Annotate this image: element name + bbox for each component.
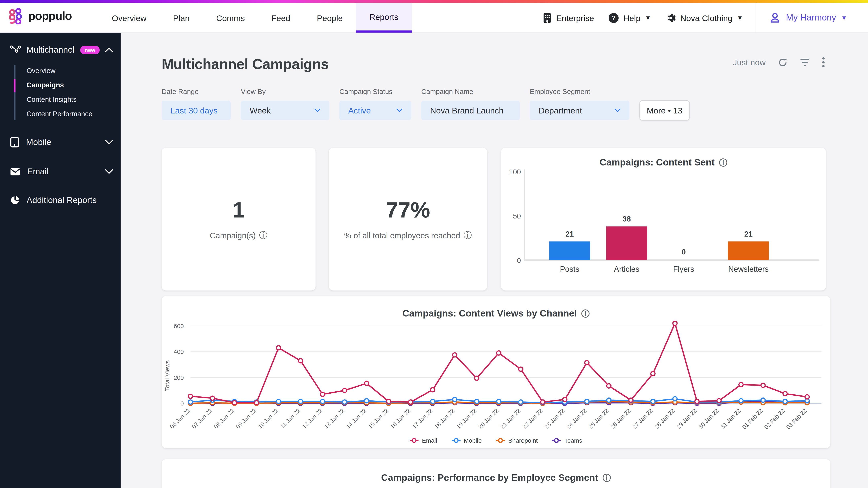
header-utilities: Enterprise ? Help ▼ Nova Clothing ▼ bbox=[538, 3, 747, 33]
multichannel-icon bbox=[10, 45, 21, 55]
kpi-reached-label: % of all total employees reached ⓘ bbox=[344, 230, 472, 240]
sidebar-item-multichannel[interactable]: Multichannel new bbox=[0, 33, 121, 63]
filter-label: Date Range bbox=[161, 88, 231, 96]
sidebar-item-content-performance[interactable]: Content Performance bbox=[14, 107, 121, 121]
svg-text:10 Jan 22: 10 Jan 22 bbox=[257, 408, 279, 430]
svg-text:Flyers: Flyers bbox=[673, 265, 694, 273]
content-sent-bar-chart[interactable]: 10050021Posts38Articles0Flyers21Newslett… bbox=[501, 168, 826, 287]
svg-text:400: 400 bbox=[174, 349, 184, 355]
filter-button[interactable] bbox=[800, 58, 810, 67]
org-settings-menu[interactable]: Nova Clothing ▼ bbox=[661, 12, 747, 23]
filter-label: Employee Segment bbox=[530, 88, 629, 96]
sidebar: Multichannel new Overview Campaigns Cont… bbox=[0, 33, 121, 488]
view-by-select[interactable]: Week bbox=[241, 101, 329, 120]
svg-text:15 Jan 22: 15 Jan 22 bbox=[367, 408, 390, 430]
sidebar-item-additional-reports[interactable]: Additional Reports bbox=[0, 188, 121, 213]
header-divider bbox=[756, 3, 756, 33]
segment-performance-chart-card: Campaigns: Performance by Employee Segme… bbox=[161, 459, 830, 488]
filter-employee-segment: Employee Segment Department bbox=[530, 88, 629, 120]
poppulo-logo[interactable]: poppulo bbox=[8, 8, 72, 25]
svg-text:29 Jan 22: 29 Jan 22 bbox=[675, 408, 698, 430]
svg-text:23 Jan 22: 23 Jan 22 bbox=[543, 408, 566, 430]
nav-reports[interactable]: Reports bbox=[356, 3, 412, 33]
legend-item-sharepoint[interactable]: Sharepoint bbox=[496, 437, 538, 444]
nav-people[interactable]: People bbox=[304, 3, 356, 33]
sidebar-item-campaigns[interactable]: Campaigns bbox=[14, 78, 121, 92]
legend-item-email[interactable]: Email bbox=[410, 437, 437, 444]
svg-text:02 Feb 22: 02 Feb 22 bbox=[763, 408, 786, 430]
sidebar-item-content-insights[interactable]: Content Insights bbox=[14, 92, 121, 107]
filter-view-by: View By Week bbox=[241, 88, 329, 120]
campaign-status-select[interactable]: Active bbox=[339, 101, 411, 120]
chart-title-text: Campaigns: Content Sent bbox=[599, 157, 715, 168]
more-options-button[interactable] bbox=[822, 57, 825, 67]
filter-label: View By bbox=[241, 88, 329, 96]
info-icon[interactable]: ⓘ bbox=[464, 230, 472, 240]
nav-overview[interactable]: Overview bbox=[98, 3, 159, 33]
brand-wordmark: poppulo bbox=[28, 9, 72, 23]
more-filters-button[interactable]: More • 13 bbox=[639, 100, 690, 121]
svg-text:09 Jan 22: 09 Jan 22 bbox=[235, 408, 257, 430]
app-root: poppulo Overview Plan Comms Feed People … bbox=[0, 0, 868, 488]
employee-segment-select[interactable]: Department bbox=[530, 101, 629, 120]
svg-text:Articles: Articles bbox=[614, 265, 639, 273]
svg-text:25 Jan 22: 25 Jan 22 bbox=[587, 408, 610, 430]
sidebar-item-mobile[interactable]: Mobile bbox=[0, 129, 121, 156]
content-views-chart-card: Campaigns: Content Views by Channel ⓘ To… bbox=[161, 296, 830, 448]
chevron-down-icon: ▼ bbox=[645, 15, 651, 21]
envelope-icon bbox=[10, 167, 21, 175]
sidebar-item-email[interactable]: Email bbox=[0, 159, 121, 184]
nav-comms[interactable]: Comms bbox=[203, 3, 258, 33]
svg-text:03 Feb 22: 03 Feb 22 bbox=[785, 408, 808, 430]
view-by-value: Week bbox=[250, 106, 271, 115]
legend-label: Teams bbox=[564, 437, 582, 444]
legend-item-mobile[interactable]: Mobile bbox=[452, 437, 482, 444]
user-icon bbox=[769, 12, 781, 24]
chart-title-text: Campaigns: Performance by Employee Segme… bbox=[381, 473, 598, 484]
svg-text:Posts: Posts bbox=[560, 265, 579, 273]
legend-item-teams[interactable]: Teams bbox=[552, 437, 582, 444]
legend-marker-icon bbox=[410, 437, 418, 443]
legend-marker-icon bbox=[496, 437, 505, 443]
last-updated-label: Just now bbox=[733, 58, 766, 67]
nav-feed[interactable]: Feed bbox=[258, 3, 303, 33]
filter-campaign-status: Campaign Status Active bbox=[339, 88, 411, 120]
sidebar-multichannel-label: Multichannel bbox=[26, 45, 74, 55]
campaign-name-value: Nova Brand Launch bbox=[430, 106, 503, 115]
info-icon[interactable]: ⓘ bbox=[719, 157, 727, 168]
enterprise-menu[interactable]: Enterprise bbox=[538, 12, 598, 23]
info-icon[interactable]: ⓘ bbox=[259, 230, 267, 240]
sidebar-item-overview[interactable]: Overview bbox=[14, 64, 121, 78]
employee-segment-value: Department bbox=[539, 106, 582, 115]
new-badge: new bbox=[80, 45, 100, 54]
info-icon[interactable]: ⓘ bbox=[602, 473, 611, 483]
mobile-device-icon bbox=[10, 137, 20, 148]
svg-text:11 Jan 22: 11 Jan 22 bbox=[279, 408, 301, 430]
pie-chart-icon bbox=[10, 195, 20, 205]
sidebar-additional-reports-label: Additional Reports bbox=[27, 195, 97, 205]
svg-text:Total Views: Total Views bbox=[164, 360, 170, 391]
info-icon[interactable]: ⓘ bbox=[581, 308, 590, 319]
chevron-down-icon bbox=[382, 108, 402, 112]
svg-text:Newsletters: Newsletters bbox=[728, 265, 769, 273]
user-menu[interactable]: My Harmony ▼ bbox=[757, 3, 859, 33]
svg-text:13 Jan 22: 13 Jan 22 bbox=[323, 408, 345, 430]
svg-text:27 Jan 22: 27 Jan 22 bbox=[631, 408, 654, 430]
date-range-chip[interactable]: Last 30 days bbox=[161, 101, 231, 120]
svg-text:100: 100 bbox=[509, 168, 521, 176]
refresh-button[interactable] bbox=[778, 57, 788, 67]
svg-text:14 Jan 22: 14 Jan 22 bbox=[345, 408, 367, 430]
chevron-down-icon: ▼ bbox=[737, 15, 743, 21]
svg-text:17 Jan 22: 17 Jan 22 bbox=[411, 408, 433, 430]
campaign-status-value: Active bbox=[348, 106, 371, 115]
content-views-line-chart[interactable]: Total Views020040060006 Jan 2207 Jan 220… bbox=[161, 319, 830, 433]
nav-plan[interactable]: Plan bbox=[160, 3, 203, 33]
page-title: Multichannel Campaigns bbox=[161, 56, 329, 73]
svg-text:08 Jan 22: 08 Jan 22 bbox=[213, 408, 235, 430]
campaign-name-chip[interactable]: Nova Brand Launch bbox=[421, 101, 520, 120]
help-menu[interactable]: ? Help ▼ bbox=[604, 12, 655, 23]
svg-text:22 Jan 22: 22 Jan 22 bbox=[521, 408, 544, 430]
svg-text:20 Jan 22: 20 Jan 22 bbox=[477, 408, 499, 430]
legend-label: Email bbox=[422, 437, 437, 444]
filter-label: Campaign Name bbox=[421, 88, 520, 96]
